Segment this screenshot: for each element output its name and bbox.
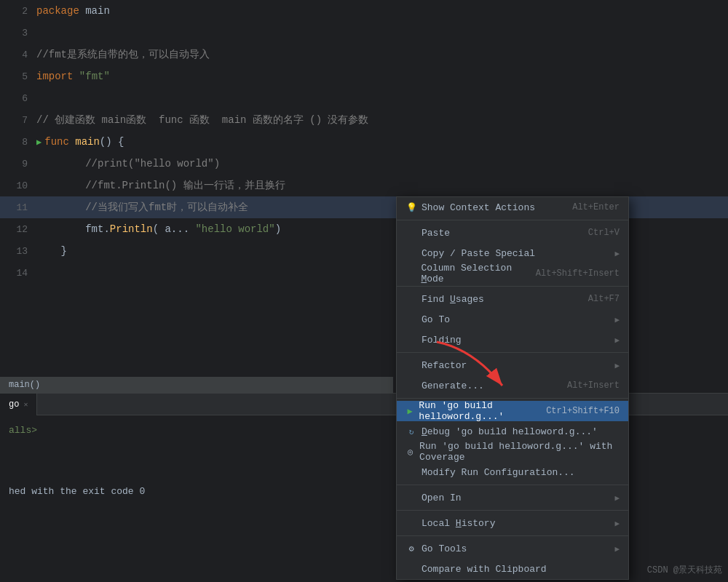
menu-item-find-usages[interactable]: Find Usages Alt+F7 [397, 289, 628, 309]
menu-item-label: Open In [422, 493, 462, 503]
menu-item-label: Debug 'go build helloword.g...' [422, 426, 598, 437]
watermark: CSDN @景天科技苑 [647, 564, 722, 576]
submenu-arrow-icon: ▶ [614, 335, 620, 345]
menu-item-left: Go To [405, 314, 450, 325]
menu-item-label: Go Tools [422, 543, 467, 554]
menu-item-copy-paste-special[interactable]: Copy / Paste Special ▶ [397, 243, 628, 263]
code-content: func main() { [44, 136, 124, 148]
submenu-arrow-icon: ▶ [614, 544, 620, 554]
menu-item-label: Generate... [422, 380, 484, 391]
terminal-prompt: alls> [9, 425, 37, 436]
code-line-9: 9 //print("hello world") [0, 153, 728, 175]
tab-label: go [9, 399, 19, 410]
debug-icon: ↻ [405, 427, 417, 436]
bulb-icon: 💡 [405, 202, 417, 213]
line-number: 9 [7, 159, 36, 170]
menu-separator [397, 510, 628, 511]
code-line-6: 6 [0, 87, 728, 109]
menu-item-left: 💡 Show Context Actions [405, 202, 535, 213]
context-menu: 💡 Show Context Actions Alt+Enter Paste C… [396, 196, 629, 580]
line-number: 4 [7, 49, 36, 60]
menu-item-shortcut: Alt+F7 [588, 294, 620, 304]
menu-item-left: Open In [405, 493, 462, 503]
menu-item-open-in[interactable]: Open In ▶ [397, 487, 628, 508]
go-tools-icon: ⚙ [405, 543, 417, 554]
line-number: 14 [7, 268, 36, 279]
menu-item-label: Go To [422, 314, 450, 325]
run-build-icon: ▶ [405, 406, 414, 417]
menu-item-run-coverage[interactable]: ◎ Run 'go build helloword.g...' with Cov… [397, 442, 628, 462]
code-content: //print("hello world") [36, 158, 220, 170]
menu-item-refactor[interactable]: Refactor ▶ [397, 355, 628, 375]
line-number: 7 [7, 115, 36, 126]
submenu-arrow-icon: ▶ [614, 249, 620, 258]
tab-close-button[interactable]: ✕ [23, 400, 28, 409]
run-icon: ▶ [36, 137, 41, 148]
menu-item-run-build[interactable]: ▶ Run 'go build helloword.g...' Ctrl+Shi… [397, 401, 628, 421]
menu-item-shortcut: Alt+Enter [572, 202, 620, 212]
line-number: 5 [7, 71, 36, 82]
line-number: 6 [7, 93, 36, 104]
code-content: //当我们写入fmt时，可以自动补全 [36, 201, 248, 214]
submenu-arrow-icon: ▶ [614, 493, 620, 503]
menu-item-label: Refactor [422, 360, 467, 371]
menu-item-local-history[interactable]: Local History ▶ [397, 513, 628, 533]
menu-item-column-selection[interactable]: Column Selection Mode Alt+Shift+Insert [397, 263, 628, 284]
menu-item-left: ◎ Run 'go build helloword.g...' with Cov… [405, 441, 620, 463]
code-line-5: 5 import "fmt" [0, 65, 728, 87]
submenu-arrow-icon: ▶ [614, 361, 620, 370]
menu-item-left: Find Usages [405, 294, 484, 305]
terminal-output: hed with the exit code 0 [9, 486, 145, 497]
menu-item-label: Find Usages [422, 294, 484, 305]
menu-item-left: Modify Run Configuration... [405, 467, 575, 478]
menu-separator [397, 535, 628, 536]
menu-item-generate[interactable]: Generate... Alt+Insert [397, 375, 628, 396]
menu-item-label: Column Selection Mode [421, 263, 535, 284]
menu-item-modify-run[interactable]: Modify Run Configuration... [397, 462, 628, 482]
menu-item-compare-clipboard[interactable]: Compare with Clipboard [397, 559, 628, 579]
menu-item-show-context[interactable]: 💡 Show Context Actions Alt+Enter [397, 197, 628, 218]
code-content: // 创建函数 main函数 func 函数 main 函数的名字 () 没有参… [36, 113, 368, 127]
line-number: 12 [7, 224, 36, 235]
line-number: 3 [7, 28, 36, 39]
menu-item-left: Copy / Paste Special [405, 248, 535, 259]
menu-item-left: ⚙ Go Tools [405, 543, 467, 554]
code-content: //fmt是系统自带的包，可以自动导入 [36, 48, 210, 61]
code-content: fmt.Println( a... "hello world") [36, 223, 281, 235]
code-content: } [36, 245, 67, 257]
menu-item-label: Run 'go build helloword.g...' [419, 400, 546, 422]
menu-item-paste[interactable]: Paste Ctrl+V [397, 223, 628, 243]
code-content: package main [36, 5, 110, 17]
menu-item-label: Show Context Actions [422, 202, 535, 213]
code-line-7: 7 // 创建函数 main函数 func 函数 main 函数的名字 () 没… [0, 109, 728, 131]
menu-item-shortcut: Alt+Shift+Insert [536, 268, 620, 279]
menu-separator [397, 398, 628, 399]
code-line-4: 4 //fmt是系统自带的包，可以自动导入 [0, 44, 728, 65]
watermark-text: CSDN @景天科技苑 [647, 565, 722, 575]
menu-item-folding[interactable]: Folding ▶ [397, 330, 628, 350]
status-bar: main() [0, 377, 393, 393]
submenu-arrow-icon: ▶ [614, 519, 620, 528]
menu-item-label: Paste [422, 228, 450, 239]
menu-item-left: Folding [405, 335, 462, 346]
line-number: 8 [7, 137, 36, 148]
menu-item-left: Compare with Clipboard [405, 564, 547, 575]
menu-item-label: Run 'go build helloword.g...' with Cover… [419, 441, 620, 463]
code-content: //fmt.Println() 输出一行话，并且换行 [36, 179, 285, 192]
menu-item-label: Local History [422, 518, 495, 529]
code-line-8: 8 ▶ func main() { [0, 131, 728, 153]
code-line-3: 3 [0, 22, 728, 44]
menu-item-label: Copy / Paste Special [422, 248, 535, 259]
menu-item-left: Generate... [405, 380, 484, 391]
line-number: 13 [7, 246, 36, 257]
menu-separator [397, 485, 628, 485]
menu-item-go-tools[interactable]: ⚙ Go Tools ▶ [397, 538, 628, 559]
menu-separator [397, 220, 628, 220]
code-line-10: 10 //fmt.Println() 输出一行话，并且换行 [0, 175, 728, 196]
menu-item-left: Paste [405, 228, 450, 239]
status-text: main() [9, 380, 40, 390]
panel-tab-go[interactable]: go ✕ [0, 394, 37, 415]
menu-item-label: Folding [422, 335, 462, 346]
menu-item-debug-build[interactable]: ↻ Debug 'go build helloword.g...' [397, 421, 628, 442]
menu-item-go-to[interactable]: Go To ▶ [397, 309, 628, 330]
